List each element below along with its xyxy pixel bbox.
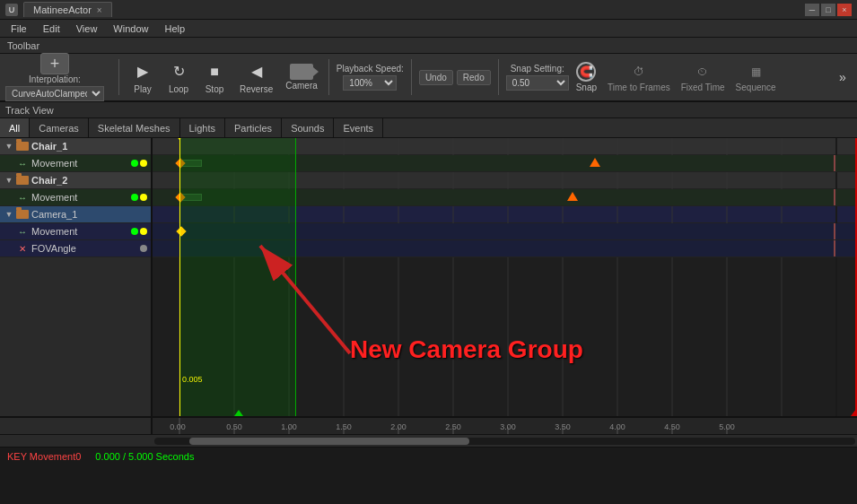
stop-icon: ■ [204,61,225,83]
camera1-movement-icon: ↔ [16,225,29,238]
chair1-movement-actions [131,160,147,167]
tab-events[interactable]: Events [334,118,383,137]
tab-skeletal-meshes[interactable]: Skeletal Meshes [89,118,180,137]
timeline-ruler: 0.00 0.50 1.00 1.50 2.00 2.50 3.00 3.50 … [0,416,857,434]
snap-section: Snap Setting: 0.50 0.10 0.25 1.00 [506,64,569,91]
play-button[interactable]: ▶ Play [127,57,159,98]
timeline-chair1-header [153,138,857,155]
tab-all[interactable]: All [0,118,30,137]
interpolation-select[interactable]: CurveAutoClamped Linear Constant [5,86,104,101]
chair2-movement-icon: ↔ [16,191,29,204]
tab-sounds[interactable]: Sounds [282,118,334,137]
scrollbar-area[interactable] [0,434,857,447]
add-key-button[interactable]: + [40,53,69,74]
redo-button[interactable]: Redo [457,70,491,85]
track-chair2-movement[interactable]: ↔ Movement [0,189,151,206]
track-camera1-fov[interactable]: ✕ FOVAngle [0,240,151,257]
timeline-camera1-movement [153,223,857,240]
playback-speed-select[interactable]: 100% 50% 25% 200% [343,75,397,91]
tab-cameras[interactable]: Cameras [30,118,89,137]
loop-icon: ↻ [168,61,189,83]
tab-close-btn[interactable]: × [97,5,102,15]
snap-setting-select[interactable]: 0.50 0.10 0.25 1.00 [506,75,569,91]
scrollbar-thumb[interactable] [189,438,469,445]
chair1-label: Chair_1 [31,141,147,152]
camera1-movement-key-yellow [140,228,147,235]
close-button[interactable]: × [837,4,852,16]
fov-actions [140,245,147,252]
toolbar-label: Toolbar [0,38,857,54]
window-controls: ─ □ × [805,4,852,16]
camera-icon [290,64,313,80]
reverse-label: Reverse [240,84,273,94]
fixed-time-label: Fixed Time [681,83,725,92]
undo-redo-row: Undo Redo [419,70,491,85]
menu-edit[interactable]: Edit [36,22,67,36]
tab-lights[interactable]: Lights [180,118,225,137]
reverse-button[interactable]: ◀ Reverse [234,57,278,98]
track-camera1-movement[interactable]: ↔ Movement [0,223,151,240]
minimize-button[interactable]: ─ [805,4,819,16]
tab-particles[interactable]: Particles [225,118,282,137]
camera-label: Camera [285,81,318,91]
expand-camera1-icon[interactable]: ▼ [4,209,14,220]
playhead[interactable]: 0.005 [179,138,180,416]
camera-movement-key1 [176,226,186,236]
more-button[interactable]: » [834,59,852,95]
camera1-movement-key-green [131,228,138,235]
end-marker-triangle [851,409,857,416]
scrollbar-track[interactable] [154,438,855,445]
track-chair1-group[interactable]: ▼ Chair_1 [0,138,151,155]
track-camera1-group[interactable]: ▼ Camera_1 [0,206,151,223]
separator-2 [328,59,329,95]
sequence-label: Sequence [736,83,776,92]
chair2-label: Chair_2 [31,175,147,186]
title-bar: U MatineeActor × ─ □ × [0,0,857,20]
chair2-movement-label: Movement [31,192,131,203]
track-chair1-movement[interactable]: ↔ Movement [0,155,151,172]
menu-view[interactable]: View [69,22,105,36]
menu-help[interactable]: Help [157,22,192,36]
sequence-button[interactable]: ▦ Sequence [732,60,780,94]
playback-speed-section: Playback Speed: 100% 50% 25% 200% [337,64,404,91]
separator-1 [118,59,119,95]
menu-window[interactable]: Window [106,22,155,36]
fov-icon: ✕ [16,242,29,255]
chair1-movement-label: Movement [31,158,131,169]
timeline-chair2-header [153,172,857,189]
stop-button[interactable]: ■ Stop [198,57,231,98]
chair2-folder-icon [16,174,29,187]
svg-text:3.50: 3.50 [555,422,571,431]
time-to-frames-label: Time to Frames [608,83,670,92]
timeline-camera1-fov [153,240,857,257]
stop-label: Stop [206,84,224,94]
track-chair2-group[interactable]: ▼ Chair_2 [0,172,151,189]
ruler-left-panel [0,418,153,434]
undo-button[interactable]: Undo [419,70,453,85]
loop-button[interactable]: ↻ Loop [162,57,195,98]
camera-group-label: New Camera Group [350,335,583,364]
expand-chair2-icon[interactable]: ▼ [4,175,14,186]
snap-icon: 🧲 [576,62,596,82]
svg-text:0.50: 0.50 [226,422,242,431]
chair2-movement-key-green [131,194,138,201]
svg-text:5.00: 5.00 [719,422,735,431]
interpolation-label: Interpolation: [29,74,81,84]
svg-text:4.00: 4.00 [609,422,625,431]
timeline-canvas[interactable]: 0.005 New Camera Group [153,138,857,416]
fixed-time-icon: ⏲ [693,62,713,82]
track-list: ▼ Chair_1 ↔ Movement ▼ Chair_2 ↔ [0,138,153,416]
matinee-tab[interactable]: MatineeActor × [23,2,112,17]
expand-chair1-icon[interactable]: ▼ [4,141,14,152]
menu-file[interactable]: File [4,22,34,36]
time-to-frames-button[interactable]: ⏱ Time to Frames [604,60,674,94]
fixed-time-button[interactable]: ⏲ Fixed Time [678,60,729,94]
camera1-movement-label: Movement [31,226,131,237]
camera-button[interactable]: Camera [282,62,321,92]
snap-button[interactable]: 🧲 Snap [573,60,600,94]
add-key-section: + Interpolation: CurveAutoClamped Linear… [5,53,104,101]
restore-button[interactable]: □ [821,4,835,16]
ruler-ticks-container: 0.00 0.50 1.00 1.50 2.00 2.50 3.00 3.50 … [153,418,857,434]
svg-text:4.50: 4.50 [664,422,680,431]
category-tabs: All Cameras Skeletal Meshes Lights Parti… [0,118,857,138]
